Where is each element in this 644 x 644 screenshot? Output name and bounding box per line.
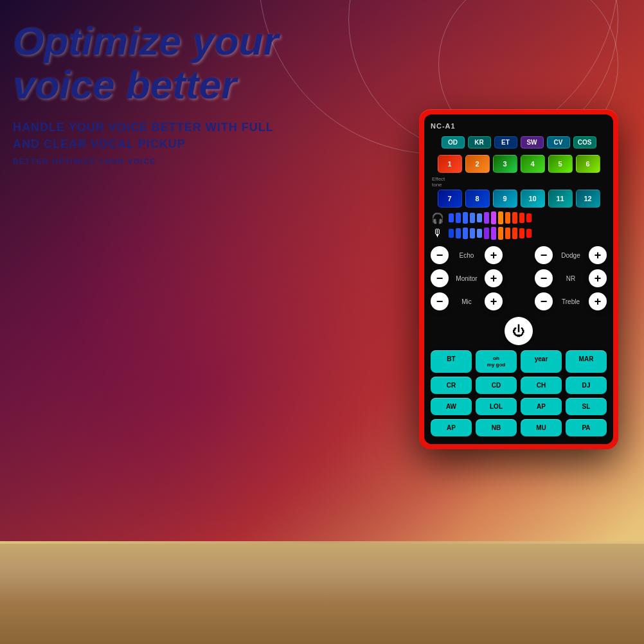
sfx-btn-ap[interactable]: AP: [521, 398, 562, 415]
sfx-btn-pa[interactable]: PA: [566, 419, 607, 436]
sfx-btn-aw[interactable]: AW: [431, 398, 472, 415]
device: NC-A1 OD KR ET SW CV COS 1 2 3 4 5 6: [419, 109, 618, 449]
marketing-text: Optimize your voice better HANDLE YOUR V…: [13, 19, 278, 165]
mode-btn-sw[interactable]: SW: [521, 136, 544, 148]
headphone-icon: 🎧: [431, 212, 445, 224]
dodge-group: − Dodge +: [525, 246, 607, 264]
mode-btn-cv[interactable]: CV: [547, 136, 570, 148]
subtitle: HANDLE YOUR VOICE BETTER WITH FULL AND C…: [13, 120, 278, 152]
vu-bar: [456, 213, 461, 223]
tagline: BETTER OPTIMIZE YOUR VOICE: [13, 157, 278, 165]
vu-bar: [449, 229, 454, 238]
nr-label: NR: [558, 275, 584, 282]
dodge-plus-btn[interactable]: +: [589, 246, 607, 264]
ctrl-row-monitor: − Monitor + − NR +: [431, 269, 607, 287]
device-container: NC-A1 OD KR ET SW CV COS 1 2 3 4 5 6: [419, 109, 618, 449]
num-row-2: 7 8 9 10 11 12: [431, 190, 607, 208]
vu-bar: [505, 228, 510, 239]
vu-bar: [484, 228, 489, 239]
ctrl-row-echo: − Echo + − Dodge +: [431, 246, 607, 264]
sfx-btn-mu[interactable]: MU: [521, 419, 562, 436]
treble-minus-btn[interactable]: −: [535, 292, 553, 310]
num-btn-1[interactable]: 1: [438, 155, 462, 173]
vu-headphone-row: 🎧: [431, 211, 607, 224]
sfx-btn-nb[interactable]: NB: [476, 419, 517, 436]
treble-plus-btn[interactable]: +: [589, 292, 607, 310]
vu-bar: [498, 227, 503, 240]
num-btn-3[interactable]: 3: [493, 155, 517, 173]
sfx-btn-sl[interactable]: SL: [566, 398, 607, 415]
mic-label: Mic: [454, 298, 479, 305]
vu-bars-headphone: [449, 211, 607, 224]
dodge-label: Dodge: [558, 252, 584, 259]
sfx-btn-bt[interactable]: BT: [431, 350, 472, 373]
sfx-btn-mar[interactable]: MAR: [566, 350, 607, 373]
sfx-btn-dj[interactable]: DJ: [566, 377, 607, 394]
mode-buttons-row: OD KR ET SW CV COS: [431, 136, 607, 148]
monitor-group: − Monitor +: [431, 269, 512, 287]
num-btn-2[interactable]: 2: [465, 155, 490, 173]
nr-group: − NR +: [525, 269, 607, 287]
ctrl-row-mic: − Mic + − Treble +: [431, 292, 607, 310]
num-btn-7[interactable]: 7: [438, 190, 462, 208]
num-btn-12[interactable]: 12: [576, 190, 600, 208]
num-btn-10[interactable]: 10: [521, 190, 545, 208]
vu-bar: [526, 229, 532, 238]
vu-bar: [456, 228, 461, 238]
mode-btn-kr[interactable]: KR: [468, 136, 491, 148]
nr-minus-btn[interactable]: −: [535, 269, 553, 287]
vu-bar: [526, 213, 532, 222]
echo-plus-btn[interactable]: +: [485, 246, 503, 264]
vu-bar: [470, 228, 475, 238]
vu-bars-mic: [449, 227, 607, 240]
sfx-btn-ch[interactable]: CH: [521, 377, 562, 394]
mic-icon: 🎙: [431, 228, 445, 239]
power-row: ⏻: [431, 317, 607, 345]
sfx-btn-lol[interactable]: LOL: [476, 398, 517, 415]
treble-group: − Treble +: [525, 292, 607, 310]
num-btn-9[interactable]: 9: [493, 190, 517, 208]
vu-bar: [512, 212, 517, 224]
vu-bar: [477, 229, 482, 238]
num-btn-4[interactable]: 4: [521, 155, 545, 173]
vu-bar: [512, 228, 517, 239]
power-button[interactable]: ⏻: [505, 317, 533, 345]
num-btn-8[interactable]: 8: [465, 190, 490, 208]
vu-bar: [484, 212, 489, 224]
headline: Optimize your voice better: [13, 19, 278, 107]
mode-btn-od[interactable]: OD: [442, 136, 465, 148]
dodge-minus-btn[interactable]: −: [535, 246, 553, 264]
vu-bar: [498, 211, 503, 224]
device-panel: NC-A1 OD KR ET SW CV COS 1 2 3 4 5 6: [424, 114, 613, 444]
monitor-label: Monitor: [454, 275, 479, 282]
vu-bar: [449, 213, 454, 222]
num-btn-6[interactable]: 6: [576, 155, 600, 173]
sfx-btn-ap2[interactable]: AP: [431, 419, 472, 436]
table-surface: [0, 541, 644, 644]
number-section: 1 2 3 4 5 6 Effecttone 7 8 9 10 11 12: [431, 155, 607, 208]
mic-minus-btn[interactable]: −: [431, 292, 449, 310]
vu-bar: [463, 228, 468, 239]
echo-minus-btn[interactable]: −: [431, 246, 449, 264]
vu-bar: [470, 213, 475, 223]
monitor-minus-btn[interactable]: −: [431, 269, 449, 287]
nr-plus-btn[interactable]: +: [589, 269, 607, 287]
sfx-btn-year[interactable]: year: [521, 350, 562, 373]
sfx-grid: BT ohmy god year MAR CR CD CH DJ AW LOL …: [431, 350, 607, 436]
effect-tone-label: Effecttone: [432, 176, 607, 188]
echo-label: Echo: [454, 252, 479, 259]
control-section: − Echo + − Dodge + − Monitor: [431, 246, 607, 310]
monitor-plus-btn[interactable]: +: [485, 269, 503, 287]
mode-btn-cos[interactable]: COS: [573, 136, 596, 148]
num-btn-5[interactable]: 5: [548, 155, 573, 173]
mode-btn-et[interactable]: ET: [494, 136, 517, 148]
num-btn-11[interactable]: 11: [548, 190, 573, 208]
sfx-btn-cr[interactable]: CR: [431, 377, 472, 394]
vu-bar: [505, 212, 510, 224]
mic-plus-btn[interactable]: +: [485, 292, 503, 310]
vu-bar: [519, 213, 524, 223]
sfx-btn-omg[interactable]: ohmy god: [476, 350, 517, 373]
vu-mic-row: 🎙: [431, 227, 607, 240]
echo-group: − Echo +: [431, 246, 512, 264]
sfx-btn-cd[interactable]: CD: [476, 377, 517, 394]
